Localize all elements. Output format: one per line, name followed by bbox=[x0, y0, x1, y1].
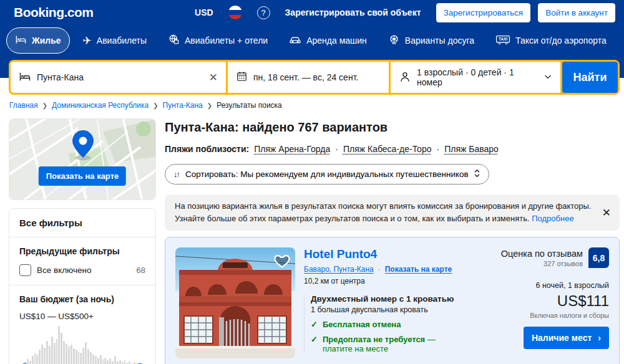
banner-text-line1: На позицию варианта жилья в результатах … bbox=[175, 200, 595, 213]
check-icon: ✓ bbox=[311, 335, 318, 353]
sort-arrows-icon: ↓↑ bbox=[173, 170, 179, 179]
tab-label: Авиабилеты bbox=[97, 36, 147, 46]
beach-link-2[interactable]: Пляж Кабеса-де-Торо bbox=[343, 144, 432, 154]
hotel-distance: 10,2 км от центра bbox=[304, 277, 466, 285]
histogram-bar bbox=[71, 345, 72, 364]
histogram-bar bbox=[63, 341, 65, 364]
person-icon bbox=[399, 70, 411, 85]
wishlist-heart-icon[interactable] bbox=[273, 251, 291, 270]
hotel-name-link[interactable]: Hotel Punto4 bbox=[304, 247, 466, 261]
previous-filters-title: Предыдущие фильтры bbox=[19, 246, 145, 256]
hotel-price-column: Оценка по отзывам 327 отзывов 6,8 6 ноче… bbox=[475, 247, 609, 360]
perk-text: Предоплата не требуется — платите на мес… bbox=[323, 335, 466, 353]
histogram-bar bbox=[61, 333, 62, 364]
histogram-bar bbox=[68, 347, 70, 364]
tab-car-rental[interactable]: Аренда машин bbox=[281, 28, 375, 54]
hotel-location-row: Баваро, Пунта-Кана · Показать на карте bbox=[304, 265, 466, 274]
ranking-info-banner: На позицию варианта жилья в результатах … bbox=[165, 194, 620, 231]
plane-icon: ✈ bbox=[83, 36, 92, 46]
currency-selector[interactable]: USD bbox=[195, 7, 213, 17]
histogram-bar bbox=[90, 352, 92, 364]
svg-text:TAXI: TAXI bbox=[499, 37, 507, 41]
results-title: Пунта-Кана: найдено 767 вариантов bbox=[165, 118, 620, 135]
review-score-badge: 6,8 bbox=[588, 247, 609, 268]
histogram-bar bbox=[41, 345, 43, 364]
search-submit-button[interactable]: Найти bbox=[562, 62, 618, 93]
breadcrumb-country[interactable]: Доминиканская Республика bbox=[52, 101, 149, 110]
breadcrumb-home[interactable]: Главная bbox=[9, 101, 38, 110]
review-score-row[interactable]: Оценка по отзывам 327 отзывов 6,8 bbox=[501, 247, 609, 268]
breadcrumb: Главная ❯ Доминиканская Республика ❯ Пун… bbox=[9, 101, 282, 110]
chevron-right-icon: ❯ bbox=[207, 102, 212, 109]
histogram-bar bbox=[58, 326, 60, 364]
header: Booking.com USD ? Зарегистрировать свой … bbox=[0, 0, 624, 25]
clear-destination-icon[interactable]: ✕ bbox=[209, 71, 218, 84]
histogram-bar bbox=[44, 348, 46, 364]
sort-dropdown[interactable]: ↓↑ Сортировать: Мы рекомендуем для индив… bbox=[165, 164, 489, 184]
histogram-bar bbox=[51, 337, 53, 364]
hotel-show-on-map-link[interactable]: Показать на карте bbox=[385, 265, 452, 274]
histogram-bar bbox=[92, 355, 94, 364]
calendar-icon bbox=[236, 70, 248, 84]
banner-close-icon[interactable]: ✕ bbox=[602, 206, 611, 219]
list-property-link[interactable]: Зарегистрировать свой объект bbox=[285, 7, 421, 17]
sort-updown-icon bbox=[474, 169, 480, 180]
tab-label: Авиабилеты + отели bbox=[185, 36, 268, 46]
tab-flights-hotels[interactable]: Авиабилеты + отели bbox=[160, 28, 276, 53]
room-details: Двухместный номер с 1 кроватью 1 большая… bbox=[304, 294, 466, 353]
perk-free-cancellation: ✓ Бесплатная отмена bbox=[311, 320, 466, 329]
checkbox[interactable] bbox=[19, 264, 31, 276]
show-on-map-button[interactable]: Показать на карте bbox=[39, 166, 126, 186]
banner-learn-more-link[interactable]: Подробнее bbox=[532, 214, 573, 223]
budget-range-value: US$10 — US$500+ bbox=[19, 312, 145, 321]
histogram-bar bbox=[80, 353, 82, 364]
filter-row-all-inclusive[interactable]: Все включено 68 bbox=[19, 264, 145, 276]
tab-label: Жилье bbox=[32, 36, 61, 46]
language-flag-icon[interactable] bbox=[228, 6, 242, 19]
dates-field[interactable]: пн, 18 сент. — вс, 24 сент. bbox=[228, 62, 389, 93]
tab-attractions[interactable]: Варианты досуга bbox=[380, 28, 482, 53]
filters-sidebar: Показать на карте Все фильтры Предыдущие… bbox=[9, 118, 156, 364]
breadcrumb-city[interactable]: Пунта-Кана bbox=[163, 101, 203, 110]
hotel-photo[interactable] bbox=[175, 247, 295, 358]
dot-separator: · bbox=[335, 144, 338, 154]
booking-logo[interactable]: Booking.com bbox=[14, 5, 94, 20]
perk-text: Бесплатная отмена bbox=[323, 320, 401, 329]
tab-label: Варианты досуга bbox=[405, 36, 474, 46]
beaches-label: Пляжи поблизости: bbox=[165, 144, 249, 154]
dot-separator: · bbox=[378, 265, 381, 274]
availability-button[interactable]: Наличие мест › bbox=[524, 327, 609, 349]
product-nav: Жилье ✈ Авиабилеты Авиабилеты + отели Ар… bbox=[0, 25, 624, 56]
hotel-location-link[interactable]: Баваро, Пунта-Кана bbox=[304, 265, 374, 274]
register-button[interactable]: Зарегистрироваться bbox=[436, 3, 531, 22]
header-actions: USD ? Зарегистрировать свой объект Зарег… bbox=[195, 3, 615, 22]
budget-section: Ваш бюджет (за ночь) US$10 — US$500+ bbox=[9, 285, 155, 364]
tab-stays[interactable]: Жилье bbox=[6, 27, 70, 54]
stay-summary: 6 ночей, 1 взрослый bbox=[536, 281, 609, 290]
breadcrumb-current: Результаты поиска bbox=[217, 101, 282, 110]
banner-text-line2: Узнайте больше об этих параметрах резуль… bbox=[175, 214, 530, 223]
filters-panel: Все фильтры Предыдущие фильтры Все включ… bbox=[9, 208, 156, 364]
beach-link-1[interactable]: Пляж Арена-Горда bbox=[254, 144, 330, 154]
beach-link-3[interactable]: Пляж Баваро bbox=[444, 144, 499, 154]
destination-field[interactable]: Пунта-Кана ✕ bbox=[11, 62, 226, 93]
chevron-right-icon: ❯ bbox=[153, 102, 158, 109]
help-icon[interactable]: ? bbox=[257, 6, 270, 19]
map-preview[interactable]: Показать на карте bbox=[9, 118, 156, 200]
histogram-bar bbox=[85, 342, 87, 364]
occupancy-value: 1 взрослый · 0 детей · 1 номер bbox=[417, 67, 532, 87]
histogram-bar bbox=[56, 339, 58, 364]
sign-in-button[interactable]: Войти в аккаунт bbox=[538, 3, 615, 22]
taxi-icon: TAXI bbox=[495, 34, 510, 47]
tab-flights[interactable]: ✈ Авиабилеты bbox=[75, 30, 155, 52]
occupancy-field[interactable]: 1 взрослый · 0 детей · 1 номер bbox=[391, 62, 560, 93]
destination-value: Пунта-Кана bbox=[37, 72, 84, 82]
tab-airport-taxi[interactable]: TAXI Такси от/до аэропорта bbox=[487, 29, 615, 53]
histogram-bar bbox=[78, 352, 80, 364]
price-value: US$111 bbox=[557, 292, 609, 310]
histogram-bar bbox=[36, 355, 38, 364]
histogram-bar bbox=[100, 355, 102, 364]
dates-value: пн, 18 сент. — вс, 24 сент. bbox=[253, 72, 358, 82]
review-score-label: Оценка по отзывам bbox=[501, 249, 583, 259]
auth-buttons: Зарегистрироваться Войти в аккаунт bbox=[436, 3, 615, 22]
